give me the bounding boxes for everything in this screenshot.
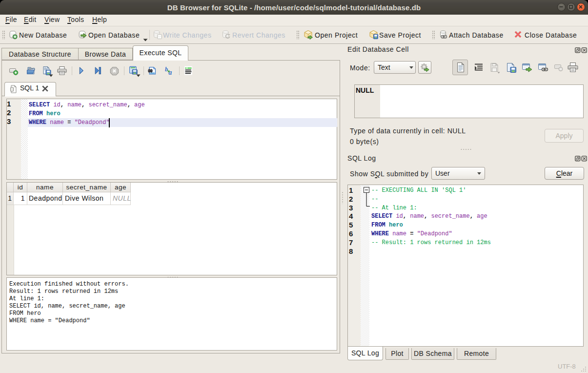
svg-text:b: b [165,66,168,73]
